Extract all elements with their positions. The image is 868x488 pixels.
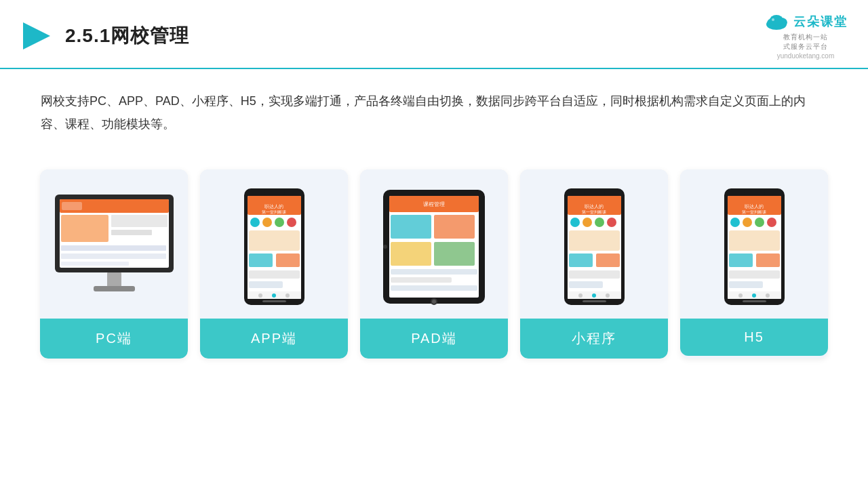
card-app-label: APP端 — [200, 319, 348, 359]
card-pc-image — [40, 169, 188, 319]
cards-area: PC端 职达人的 第一堂判断课 — [0, 149, 868, 359]
svg-rect-60 — [595, 218, 604, 227]
svg-rect-91 — [743, 300, 766, 302]
svg-text:职达人的: 职达人的 — [745, 204, 764, 209]
svg-text:第一堂判断课: 第一堂判断课 — [742, 210, 766, 214]
pad-device-icon: 课程管理 — [380, 186, 488, 307]
svg-rect-16 — [107, 272, 121, 287]
svg-rect-24 — [250, 218, 260, 227]
logo-url: yunduoketang.com — [777, 52, 835, 60]
svg-rect-65 — [569, 270, 620, 279]
svg-rect-10 — [61, 215, 108, 242]
card-miniprogram: 职达人的 第一堂判断课 小程 — [520, 169, 668, 359]
svg-rect-13 — [61, 245, 166, 251]
svg-rect-80 — [755, 218, 764, 227]
svg-rect-12 — [111, 230, 152, 235]
svg-rect-81 — [767, 218, 776, 227]
svg-rect-61 — [607, 218, 616, 227]
svg-rect-27 — [287, 218, 296, 227]
svg-rect-15 — [61, 262, 129, 266]
card-h5-image: 职达人的 第一堂判断课 — [680, 169, 828, 319]
page-title: 2.5.1网校管理 — [65, 23, 189, 49]
svg-rect-74 — [744, 190, 765, 195]
svg-rect-82 — [729, 230, 780, 251]
card-h5-label: H5 — [680, 319, 828, 356]
svg-point-90 — [766, 293, 770, 298]
card-pad: 课程管理 PAD端 — [360, 169, 508, 359]
svg-rect-54 — [584, 190, 605, 195]
card-pad-label: PAD端 — [360, 319, 508, 359]
svg-rect-85 — [729, 270, 780, 279]
svg-point-89 — [752, 293, 756, 298]
description-content: 网校支持PC、APP、PAD、小程序、H5，实现多端打通，产品各终端自由切换，数… — [41, 94, 806, 131]
svg-point-70 — [606, 293, 610, 298]
svg-rect-45 — [391, 242, 431, 266]
card-app: 职达人的 第一堂判断课 AP — [200, 169, 348, 359]
svg-point-88 — [738, 293, 743, 298]
svg-rect-25 — [262, 218, 272, 227]
logo-cloud: 云朵课堂 — [764, 12, 848, 31]
card-miniprogram-label: 小程序 — [520, 319, 668, 359]
logo-sub: 教育机构一站式服务云平台 — [783, 33, 828, 52]
svg-text:职达人的: 职达人的 — [264, 204, 283, 209]
svg-text:第一堂判断课: 第一堂判断课 — [262, 210, 286, 214]
description-text: 网校支持PC、APP、PAD、小程序、H5，实现多端打通，产品各终端自由切换，数… — [0, 69, 868, 142]
svg-rect-17 — [94, 286, 135, 291]
header: 2.5.1网校管理 云朵课堂 教育机构一站式服务云平台 yunduoketang… — [0, 0, 868, 69]
svg-text:职达人的: 职达人的 — [585, 204, 604, 209]
cloud-icon — [764, 12, 789, 31]
header-left: 2.5.1网校管理 — [20, 20, 189, 52]
logo-text: 云朵课堂 — [793, 14, 848, 30]
svg-rect-86 — [729, 281, 763, 288]
svg-rect-44 — [434, 215, 475, 239]
svg-rect-64 — [596, 253, 620, 267]
svg-rect-79 — [743, 218, 752, 227]
svg-rect-46 — [434, 242, 475, 266]
svg-rect-20 — [264, 190, 285, 195]
svg-rect-71 — [583, 300, 606, 302]
svg-point-35 — [272, 293, 276, 298]
svg-point-36 — [285, 293, 290, 298]
svg-rect-83 — [729, 253, 753, 267]
pc-device-icon — [52, 191, 177, 303]
card-h5: 职达人的 第一堂判断课 H5 — [680, 169, 828, 359]
svg-rect-48 — [391, 277, 452, 283]
svg-rect-84 — [756, 253, 780, 267]
svg-point-34 — [258, 293, 262, 298]
svg-rect-47 — [391, 269, 477, 274]
svg-marker-0 — [23, 22, 50, 49]
svg-rect-11 — [111, 215, 167, 227]
svg-rect-37 — [262, 300, 286, 302]
svg-point-40 — [383, 245, 387, 249]
play-icon — [20, 20, 53, 52]
h5-device-icon: 职达人的 第一堂判断课 — [722, 186, 787, 307]
svg-rect-28 — [249, 230, 300, 251]
svg-rect-14 — [61, 253, 166, 259]
svg-rect-78 — [730, 218, 740, 227]
svg-point-51 — [432, 300, 436, 304]
svg-rect-49 — [391, 285, 477, 291]
svg-rect-9 — [62, 202, 82, 210]
svg-point-68 — [578, 293, 583, 298]
svg-rect-62 — [569, 230, 620, 251]
svg-text:第一堂判断课: 第一堂判断课 — [582, 210, 606, 214]
app-device-icon: 职达人的 第一堂判断课 — [242, 186, 307, 307]
miniprogram-device-icon: 职达人的 第一堂判断课 — [562, 186, 627, 307]
card-miniprogram-image: 职达人的 第一堂判断课 — [520, 169, 668, 319]
card-pc-label: PC端 — [40, 319, 188, 359]
logo-area: 云朵课堂 教育机构一站式服务云平台 yunduoketang.com — [764, 12, 848, 60]
card-pad-image: 课程管理 — [360, 169, 508, 319]
svg-rect-31 — [249, 270, 300, 279]
svg-rect-43 — [391, 215, 431, 239]
svg-rect-29 — [249, 253, 273, 267]
svg-rect-66 — [569, 281, 603, 288]
svg-point-69 — [592, 293, 596, 298]
svg-rect-58 — [570, 218, 580, 227]
svg-rect-26 — [275, 218, 284, 227]
svg-point-4 — [770, 15, 783, 26]
card-pc: PC端 — [40, 169, 188, 359]
svg-rect-30 — [276, 253, 300, 267]
svg-rect-32 — [249, 281, 283, 288]
svg-point-5 — [772, 18, 774, 21]
svg-text:课程管理: 课程管理 — [423, 201, 445, 207]
